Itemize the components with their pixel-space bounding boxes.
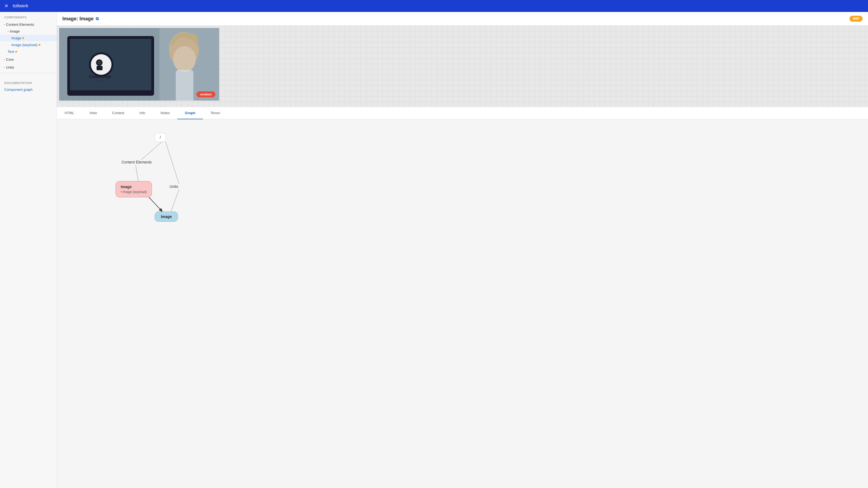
svg-rect-7 [97,66,102,70]
wip-dot-icon [38,44,40,46]
svg-rect-13 [159,28,219,101]
app-title: tollwerk [13,3,29,9]
content-header: Image: Image ⧉ WIP [57,12,868,26]
svg-line-16 [135,165,138,181]
graph-node-content-elements: Content Elements [122,160,152,164]
tabs-bar: HTML View Context Info Notes Graph Tenon [57,107,868,119]
sidebar-group-label: Content Elements [6,23,34,27]
svg-line-18 [171,190,179,212]
sidebar: COMPONENTS › Content Elements › Image Im… [0,12,57,488]
preview-scroll[interactable]: CoderDojo Nürnberg [57,26,868,107]
chevron-icon: › [4,66,5,69]
graph-node-image-leaf: Image [155,212,178,222]
chevron-icon: › [4,23,5,26]
chevron-icon: › [4,58,5,61]
preview-image-container: CoderDojo Nürnberg [59,28,219,101]
sidebar-group-core: › Core [0,56,57,63]
tab-view[interactable]: View [82,107,104,119]
wip-dot-icon [22,37,24,39]
sidebar-item-units[interactable]: › Units [0,64,57,71]
sidebar-item-image-lazyload[interactable]: Image (lazyload) [0,41,57,48]
topbar: ✕ tollwerk [0,0,868,12]
component-graph-link[interactable]: Component graph [0,86,57,93]
svg-text:Nürnberg: Nürnberg [94,79,105,82]
content-area: Image: Image ⧉ WIP [57,12,868,488]
documentation-section: DOCUMENTATION Component graph [0,75,57,96]
sidebar-group-units: › Units [0,63,57,71]
main-layout: COMPONENTS › Content Elements › Image Im… [0,12,868,488]
chevron-icon: › [8,30,8,33]
sidebar-group-content-elements: › Content Elements › Image Image Image (… [0,21,57,56]
tab-graph[interactable]: Graph [177,107,203,119]
preview-image: CoderDojo Nürnberg [59,28,219,101]
sidebar-item-image[interactable]: Image [0,35,57,41]
sidebar-leaf-label: Image [11,36,21,40]
sidebar-item-text[interactable]: Text [0,48,57,55]
page-title: Image: Image ⧉ [62,16,99,22]
tab-info[interactable]: Info [132,107,153,119]
graph-node-root: / [155,133,166,142]
components-section-label: COMPONENTS [0,12,57,21]
sidebar-item-image-group[interactable]: › Image [0,28,57,35]
preview-image-svg: CoderDojo Nürnberg [59,28,219,101]
sidebar-item-content-elements[interactable]: › Content Elements [0,21,57,28]
tab-html[interactable]: HTML [57,107,82,119]
svg-text:CoderDojo: CoderDojo [89,74,111,79]
close-button[interactable]: ✕ [4,3,8,9]
graph-panel: / Content Elements Units Image • Image (… [57,119,868,488]
medium-badge: medium [196,91,215,97]
external-link-icon[interactable]: ⧉ [96,16,99,21]
sidebar-item-core[interactable]: › Core [0,56,57,63]
tab-notes[interactable]: Notes [153,107,177,119]
sidebar-leaf-label: Text [8,50,14,54]
tab-tenon[interactable]: Tenon [203,107,227,119]
sidebar-child-label: Image [10,29,20,33]
svg-point-6 [97,61,101,65]
title-text: Image: Image [62,16,94,22]
graph-node-image-group-title: Image [121,185,147,189]
wip-badge: WIP [849,16,863,22]
svg-line-15 [165,141,179,184]
preview-area: CoderDojo Nürnberg [57,26,868,107]
tab-context[interactable]: Context [104,107,132,119]
graph-node-image-group: Image • Image (lazyload) [116,181,152,197]
graph-node-image-group-sub: • Image (lazyload) [121,190,147,194]
wip-dot-icon [15,51,17,53]
svg-line-14 [141,141,162,160]
documentation-label: DOCUMENTATION [0,77,57,86]
sidebar-leaf-label: Image (lazyload) [11,43,37,47]
graph-content: / Content Elements Units Image • Image (… [62,125,252,233]
sidebar-group-label: Core [6,58,13,62]
sidebar-group-label: Units [6,65,14,69]
graph-node-units: Units [169,184,178,189]
